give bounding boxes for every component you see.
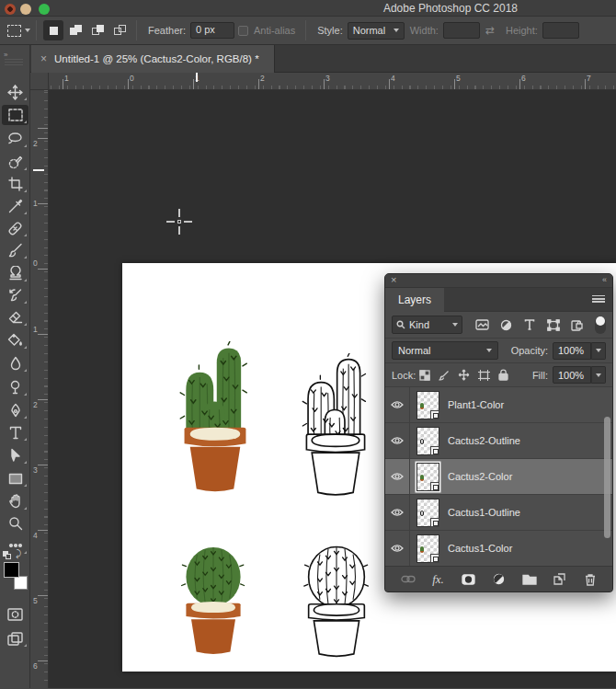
- blur-tool[interactable]: [2, 353, 29, 373]
- layer-thumbnail[interactable]: [416, 391, 439, 419]
- panel-tab-bar: Layers: [385, 288, 612, 312]
- layer-thumbnail[interactable]: [416, 463, 439, 491]
- add-layer-mask-button[interactable]: [460, 571, 478, 588]
- rectangle-shape-tool[interactable]: [2, 468, 29, 488]
- layer-visibility-toggle[interactable]: [385, 495, 410, 530]
- lock-pixels-icon[interactable]: [439, 370, 450, 381]
- quick-selection-tool[interactable]: [2, 152, 29, 172]
- vertical-ruler[interactable]: 2 1 0 1 2 3 4 5 6: [30, 90, 49, 688]
- lasso-tool[interactable]: [2, 129, 29, 149]
- spot-healing-brush-tool[interactable]: [2, 218, 29, 238]
- new-group-button[interactable]: [520, 571, 539, 588]
- filter-shape-layers-icon[interactable]: [542, 316, 565, 334]
- expand-toolbar-icon[interactable]: »: [4, 51, 6, 59]
- layer-style-button[interactable]: fx.: [429, 571, 448, 588]
- brush-tool[interactable]: [2, 240, 29, 260]
- lock-all-icon[interactable]: [498, 369, 508, 381]
- horizontal-ruler[interactable]: 1 0 1 2 3 4 5 6 7: [49, 73, 616, 90]
- dodge-tool[interactable]: [2, 377, 29, 397]
- screen-mode-button[interactable]: [2, 628, 29, 649]
- current-tool-badge[interactable]: [7, 25, 30, 37]
- quick-mask-button[interactable]: [2, 604, 29, 625]
- layer-name[interactable]: Cactus2-Color: [448, 471, 512, 482]
- lock-label: Lock:: [392, 370, 416, 381]
- ruler-label: 3: [33, 465, 38, 475]
- document-tab[interactable]: × Untitled-1 @ 25% (Cactus2-Color, RGB/8…: [31, 45, 275, 73]
- layer-name[interactable]: Cactus1-Color: [448, 543, 512, 554]
- foreground-color-swatch[interactable]: [4, 562, 19, 578]
- delete-layer-button[interactable]: [581, 571, 599, 588]
- new-adjustment-layer-button[interactable]: [490, 571, 508, 588]
- lock-artboard-icon[interactable]: [478, 370, 490, 381]
- search-icon: [396, 320, 405, 329]
- layer-visibility-toggle[interactable]: [385, 531, 410, 566]
- layer-name[interactable]: Cactus2-Outline: [448, 435, 520, 446]
- blend-mode-row: Normal Opacity: 100%: [385, 339, 612, 363]
- background-color-swatch[interactable]: [14, 576, 28, 590]
- layer-thumbnail[interactable]: [416, 534, 439, 563]
- layer-visibility-toggle[interactable]: [385, 387, 410, 422]
- panel-scrollbar[interactable]: [604, 417, 610, 538]
- layer-row-selected[interactable]: Cactus2-Color: [385, 459, 612, 495]
- add-to-selection-button[interactable]: [65, 20, 86, 40]
- width-input[interactable]: [443, 22, 480, 39]
- hand-tool[interactable]: [2, 491, 29, 511]
- layer-thumbnail[interactable]: [416, 499, 439, 527]
- filter-adjustment-layers-icon[interactable]: [495, 316, 518, 334]
- eyedropper-tool[interactable]: [2, 196, 29, 216]
- style-select[interactable]: Normal: [348, 22, 405, 40]
- panel-menu-icon[interactable]: [592, 295, 605, 304]
- filter-type-layers-icon[interactable]: [519, 316, 542, 334]
- eraser-tool[interactable]: [2, 307, 29, 327]
- lock-position-icon[interactable]: [458, 369, 470, 381]
- swap-width-height-icon[interactable]: ⇄: [485, 24, 495, 37]
- filter-pixel-layers-icon[interactable]: [471, 316, 494, 334]
- crop-tool[interactable]: [2, 174, 29, 194]
- swap-colors-icon[interactable]: ⤸: [16, 548, 21, 559]
- link-layers-button[interactable]: [399, 571, 417, 588]
- layer-row[interactable]: Cactus2-Outline: [385, 423, 612, 459]
- rectangular-marquee-tool[interactable]: [2, 105, 29, 125]
- ruler-label: 0: [33, 258, 38, 268]
- document-tab-bar: × Untitled-1 @ 25% (Cactus2-Color, RGB/8…: [30, 45, 616, 73]
- new-selection-button[interactable]: [43, 20, 63, 40]
- move-tool[interactable]: [2, 82, 29, 102]
- history-brush-tool[interactable]: [2, 285, 29, 305]
- filter-smart-objects-icon[interactable]: [565, 316, 588, 334]
- canvas-area[interactable]: 1 0 1 2 3 4 5 6 7 2 1 0 1 2 3: [30, 73, 616, 688]
- blend-mode-select[interactable]: Normal: [392, 341, 498, 360]
- intersect-selection-button[interactable]: [109, 20, 130, 40]
- clone-stamp-tool[interactable]: [2, 263, 29, 283]
- layer-visibility-toggle[interactable]: [385, 459, 410, 494]
- zoom-tool[interactable]: [2, 513, 29, 534]
- new-layer-button[interactable]: [551, 571, 569, 588]
- layer-row[interactable]: Cactus1-Color: [385, 531, 612, 566]
- filter-kind-select[interactable]: Kind: [392, 316, 462, 334]
- lock-transparency-icon[interactable]: [419, 370, 430, 381]
- layer-row[interactable]: Cactus1-Outline: [385, 495, 612, 531]
- divider: [36, 20, 37, 40]
- subtract-from-selection-button[interactable]: [87, 20, 108, 40]
- feather-input[interactable]: 0 px: [190, 22, 234, 39]
- layer-visibility-toggle[interactable]: [385, 423, 410, 458]
- close-panel-icon[interactable]: ×: [391, 274, 396, 285]
- anti-alias-checkbox[interactable]: [238, 26, 248, 36]
- layer-thumbnail[interactable]: [416, 427, 439, 455]
- opacity-control[interactable]: 100%: [553, 342, 606, 360]
- layer-name[interactable]: Plant1-Color: [448, 399, 504, 410]
- type-tool[interactable]: [2, 422, 29, 442]
- filter-toggle-switch[interactable]: [595, 316, 606, 334]
- collapse-panel-icon[interactable]: ‹‹: [602, 275, 606, 284]
- fill-control[interactable]: 100%: [553, 366, 606, 384]
- height-input[interactable]: [542, 22, 579, 39]
- paint-bucket-tool[interactable]: [2, 330, 29, 350]
- close-tab-icon[interactable]: ×: [40, 52, 47, 65]
- path-selection-tool[interactable]: [2, 445, 29, 465]
- pen-tool[interactable]: [2, 400, 29, 420]
- layer-name[interactable]: Cactus1-Outline: [448, 507, 520, 518]
- cactus2-outline-artwork: [296, 353, 375, 499]
- layer-row[interactable]: Plant1-Color: [385, 387, 612, 423]
- ruler-origin-corner[interactable]: [30, 73, 49, 90]
- layers-tab[interactable]: Layers: [385, 288, 444, 312]
- default-colors-control[interactable]: ⤸: [3, 549, 27, 560]
